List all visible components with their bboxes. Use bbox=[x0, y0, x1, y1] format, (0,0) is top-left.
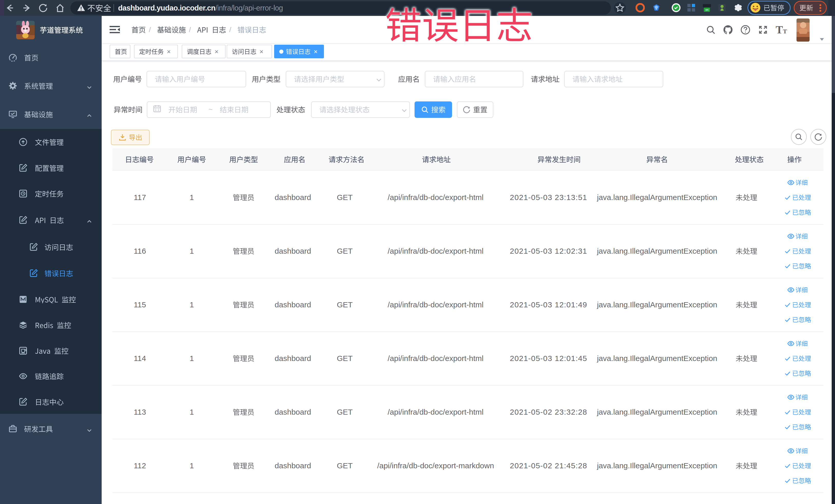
svg-text:on: on bbox=[705, 8, 709, 11]
